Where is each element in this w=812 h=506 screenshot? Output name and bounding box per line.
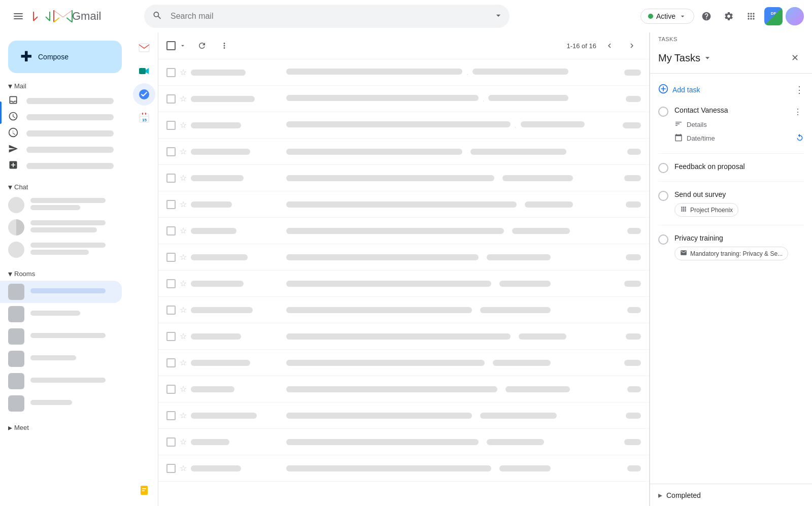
- task-chip-privacy[interactable]: Mandatory traning: Privacy & Se...: [674, 247, 788, 260]
- sidebar-item-drafts[interactable]: [0, 158, 122, 174]
- email-star-9[interactable]: ☆: [180, 279, 187, 288]
- tasks-close-button[interactable]: ✕: [786, 49, 804, 67]
- email-star-15[interactable]: ☆: [180, 437, 187, 447]
- table-row[interactable]: ☆: [158, 218, 649, 244]
- table-row[interactable]: ☆: [158, 165, 649, 191]
- chat-item-3[interactable]: [0, 239, 122, 261]
- task-chip-project-phoenix[interactable]: Project Phoenix: [674, 203, 738, 217]
- email-star-8[interactable]: ☆: [180, 252, 187, 262]
- task-datetime-row[interactable]: Date/time: [658, 131, 804, 145]
- room-item-3[interactable]: [0, 325, 122, 348]
- table-row[interactable]: ☆ .: [158, 59, 649, 86]
- table-row[interactable]: ☆: [158, 455, 649, 482]
- more-options-button[interactable]: [215, 37, 233, 55]
- search-filter-icon[interactable]: [493, 11, 503, 22]
- email-star-11[interactable]: ☆: [180, 331, 187, 341]
- table-row[interactable]: ☆: [158, 402, 649, 429]
- table-row[interactable]: ☆: [158, 376, 649, 402]
- email-checkbox-3[interactable]: [166, 121, 176, 130]
- table-row[interactable]: ☆: [158, 191, 649, 218]
- meet-app-button[interactable]: [133, 60, 155, 82]
- email-checkbox-6[interactable]: [166, 200, 176, 209]
- calendar-app-button[interactable]: 15: [133, 107, 155, 129]
- table-row[interactable]: ☆: [158, 350, 649, 376]
- email-star-7[interactable]: ☆: [180, 226, 187, 235]
- add-task-row[interactable]: Add task ⋮: [650, 78, 812, 102]
- task-details-row[interactable]: Details: [658, 118, 804, 131]
- email-checkbox-10[interactable]: [166, 306, 176, 315]
- email-star-4[interactable]: ☆: [180, 147, 187, 156]
- email-checkbox-4[interactable]: [166, 147, 176, 156]
- task-circle-3[interactable]: [658, 191, 668, 201]
- email-star-1[interactable]: ☆: [180, 68, 187, 77]
- user-avatar[interactable]: [786, 7, 804, 25]
- table-row[interactable]: ☆: [158, 297, 649, 323]
- email-star-10[interactable]: ☆: [180, 305, 187, 315]
- email-checkbox-8[interactable]: [166, 253, 176, 262]
- email-star-14[interactable]: ☆: [180, 411, 187, 420]
- table-row[interactable]: ☆: [158, 244, 649, 271]
- email-checkbox-9[interactable]: [166, 279, 176, 288]
- email-star-2[interactable]: ☆: [180, 94, 187, 104]
- room-item-4[interactable]: [0, 348, 122, 370]
- email-checkbox-14[interactable]: [166, 411, 176, 420]
- email-checkbox-13[interactable]: [166, 385, 176, 394]
- refresh-button[interactable]: [193, 37, 211, 55]
- task-more-1[interactable]: ⋮: [792, 106, 804, 118]
- email-checkbox-12[interactable]: [166, 358, 176, 367]
- sidebar-item-sent[interactable]: [0, 142, 122, 158]
- task-circle-1[interactable]: [658, 107, 668, 117]
- chat-item-1[interactable]: [0, 194, 122, 216]
- search-input[interactable]: [144, 5, 510, 28]
- add-task-more-button[interactable]: ⋮: [795, 84, 804, 95]
- task-circle-4[interactable]: [658, 234, 668, 245]
- room-item-1[interactable]: [0, 281, 122, 303]
- chat-item-2[interactable]: [0, 216, 122, 239]
- hamburger-menu-button[interactable]: [8, 6, 28, 26]
- room-item-2[interactable]: [0, 303, 122, 325]
- table-row[interactable]: ☆ .: [158, 86, 649, 112]
- email-checkbox-16[interactable]: [166, 464, 176, 473]
- gmail-app-button[interactable]: [133, 37, 155, 59]
- select-all-checkbox[interactable]: [166, 41, 176, 50]
- help-button[interactable]: [696, 6, 717, 26]
- table-row[interactable]: ☆ .: [158, 112, 649, 139]
- email-star-16[interactable]: ☆: [180, 463, 187, 473]
- compose-button[interactable]: ✚ Compose: [8, 41, 122, 73]
- email-checkbox-11[interactable]: [166, 332, 176, 341]
- email-checkbox-1[interactable]: [166, 68, 176, 77]
- email-checkbox-2[interactable]: [166, 94, 176, 104]
- keep-app-button[interactable]: [133, 480, 155, 502]
- email-checkbox-7[interactable]: [166, 226, 176, 235]
- meet-section-label[interactable]: ▸ Meet: [0, 419, 130, 434]
- mail-section-label[interactable]: ▾ Mail: [0, 77, 130, 93]
- room-item-5[interactable]: [0, 370, 122, 392]
- sidebar-item-starred[interactable]: [0, 109, 122, 125]
- active-status-button[interactable]: Active: [640, 9, 694, 24]
- email-checkbox-5[interactable]: [166, 174, 176, 183]
- settings-button[interactable]: [719, 6, 739, 26]
- rooms-section-label[interactable]: ▾ Rooms: [0, 265, 130, 281]
- email-checkbox-15[interactable]: [166, 437, 176, 447]
- room-item-6[interactable]: [0, 392, 122, 415]
- next-page-button[interactable]: [623, 37, 641, 55]
- table-row[interactable]: ☆: [158, 271, 649, 297]
- tasks-completed-footer[interactable]: ▸ Completed: [650, 484, 812, 506]
- email-star-5[interactable]: ☆: [180, 173, 187, 183]
- sidebar-item-inbox[interactable]: [0, 93, 122, 109]
- email-star-3[interactable]: ☆: [180, 120, 187, 130]
- email-star-6[interactable]: ☆: [180, 199, 187, 209]
- google-apps-button[interactable]: [741, 6, 761, 26]
- table-row[interactable]: ☆: [158, 429, 649, 455]
- table-row[interactable]: ☆: [158, 139, 649, 165]
- task-repeat-icon[interactable]: [796, 133, 804, 143]
- tasks-app-button[interactable]: [133, 83, 155, 106]
- table-row[interactable]: ☆: [158, 323, 649, 350]
- email-star-13[interactable]: ☆: [180, 384, 187, 394]
- sidebar-item-snoozed[interactable]: [0, 125, 122, 142]
- chat-section-label[interactable]: ▾ Chat: [0, 178, 130, 194]
- task-circle-2[interactable]: [658, 163, 668, 173]
- select-dropdown-button[interactable]: [177, 37, 189, 55]
- workspace-badge[interactable]: DF▬: [763, 6, 784, 26]
- prev-page-button[interactable]: [600, 37, 619, 55]
